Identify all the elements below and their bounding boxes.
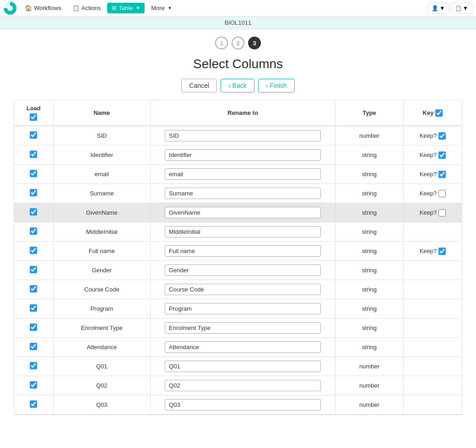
row-name: Program [53, 299, 151, 318]
back-button[interactable]: ‹ Back [221, 79, 254, 92]
row-name: Identifier [53, 146, 151, 165]
row-type: string [335, 165, 404, 184]
row-rename-input[interactable] [165, 188, 321, 199]
settings-icon: 📋 [455, 5, 462, 11]
table-row: Genderstring [14, 261, 462, 280]
row-load-checkbox[interactable] [30, 151, 37, 158]
app-logo [4, 2, 16, 15]
row-keep-checkbox[interactable] [438, 248, 446, 255]
wizard-step-2: 2 [232, 37, 244, 49]
keep-label: Keep? [409, 190, 456, 197]
table-row: Q01number [14, 357, 462, 376]
table-row: Full namestringKeep? [14, 242, 462, 261]
row-rename-input[interactable] [165, 264, 321, 276]
row-load-checkbox[interactable] [30, 208, 37, 216]
row-rename-input[interactable] [165, 399, 321, 410]
settings-button[interactable]: 📋 ▼ [451, 3, 472, 14]
key-all-checkbox[interactable] [435, 109, 443, 117]
row-rename-input[interactable] [165, 168, 321, 180]
row-type: string [335, 338, 404, 357]
page-title: Select Columns [0, 53, 476, 79]
row-type: number [335, 395, 404, 415]
profile-icon: 👤 [432, 5, 438, 11]
row-name: Enrolment Type [53, 318, 151, 338]
row-keep-checkbox[interactable] [438, 190, 446, 197]
finish-button[interactable]: › Finish [258, 79, 295, 92]
table-header-row: Load Name Rename to Type Key [14, 100, 462, 126]
wizard-steps: 1 2 3 [0, 29, 476, 53]
more-button[interactable]: More ▼ [146, 3, 177, 13]
row-rename-input[interactable] [165, 284, 321, 295]
table-row: MiddleInitialstring [14, 222, 462, 242]
row-load-checkbox[interactable] [30, 362, 37, 369]
col-header-type: Type [335, 100, 404, 126]
col-header-name: Name [53, 100, 151, 126]
row-name: MiddleInitial [53, 222, 151, 242]
row-load-checkbox[interactable] [30, 400, 37, 408]
row-load-checkbox[interactable] [30, 381, 37, 389]
row-type: number [335, 376, 404, 395]
row-name: Q03 [53, 395, 151, 415]
table-dropdown-arrow: ▼ [135, 5, 140, 11]
actions-button[interactable]: 📋 Actions [68, 3, 106, 13]
profile-dropdown-arrow: ▼ [439, 5, 445, 11]
row-type: string [335, 184, 404, 203]
row-name: GivenName [53, 203, 151, 222]
more-dropdown-arrow: ▼ [168, 5, 172, 11]
table-row: Enrolment Typestring [14, 318, 462, 338]
row-rename-input[interactable] [165, 303, 321, 314]
row-rename-input[interactable] [165, 130, 321, 141]
profile-button[interactable]: 👤 ▼ [427, 3, 449, 14]
row-load-checkbox[interactable] [30, 247, 37, 254]
row-load-checkbox[interactable] [30, 304, 37, 312]
row-rename-input[interactable] [165, 207, 321, 218]
nav-right: 👤 ▼ 📋 ▼ [427, 3, 472, 14]
row-type: string [335, 318, 404, 338]
row-rename-input[interactable] [165, 341, 321, 353]
row-load-checkbox[interactable] [30, 131, 37, 139]
cancel-button[interactable]: Cancel [181, 79, 217, 92]
row-load-checkbox[interactable] [30, 266, 37, 273]
row-name: SID [53, 126, 151, 146]
row-load-checkbox[interactable] [30, 189, 37, 196]
top-bar: BIOL1011 [0, 16, 476, 29]
row-type: string [335, 261, 404, 280]
row-keep-checkbox[interactable] [438, 171, 446, 178]
keep-label: Keep? [409, 248, 456, 255]
row-keep-checkbox[interactable] [438, 151, 446, 159]
action-bar: Cancel ‹ Back › Finish [0, 79, 476, 100]
table-row: Attendancestring [14, 338, 462, 357]
row-keep-checkbox[interactable] [438, 132, 446, 140]
row-type: string [335, 299, 404, 318]
keep-label: Keep? [409, 209, 456, 216]
row-load-checkbox[interactable] [30, 324, 37, 331]
row-keep-checkbox[interactable] [438, 209, 446, 216]
row-rename-input[interactable] [165, 149, 321, 161]
row-load-checkbox[interactable] [30, 227, 37, 235]
row-type: number [335, 357, 404, 376]
keep-label: Keep? [409, 132, 456, 140]
row-load-checkbox[interactable] [30, 170, 37, 177]
table-row: emailstringKeep? [14, 165, 462, 184]
row-rename-input[interactable] [165, 226, 321, 237]
table-row: SIDnumberKeep? [14, 126, 462, 146]
row-rename-input[interactable] [165, 380, 321, 391]
row-type: string [335, 222, 404, 242]
load-all-checkbox[interactable] [30, 113, 37, 121]
workflows-icon: 🏠 [25, 5, 32, 11]
columns-table: Load Name Rename to Type Key SIDnumberKe… [14, 100, 462, 415]
col-header-load: Load [14, 100, 53, 126]
row-type: string [335, 146, 404, 165]
table-button[interactable]: ⊞ Table ▼ [107, 3, 145, 13]
col-header-key: Key [403, 100, 462, 126]
actions-icon: 📋 [72, 5, 80, 11]
col-header-rename: Rename to [151, 100, 335, 126]
row-name: Surname [53, 184, 151, 203]
row-rename-input[interactable] [165, 322, 321, 334]
row-load-checkbox[interactable] [30, 343, 37, 350]
wizard-step-1: 1 [215, 37, 228, 49]
row-rename-input[interactable] [165, 361, 321, 372]
row-load-checkbox[interactable] [30, 285, 37, 292]
workflows-button[interactable]: 🏠 Workflows [20, 3, 66, 13]
row-rename-input[interactable] [165, 245, 321, 257]
